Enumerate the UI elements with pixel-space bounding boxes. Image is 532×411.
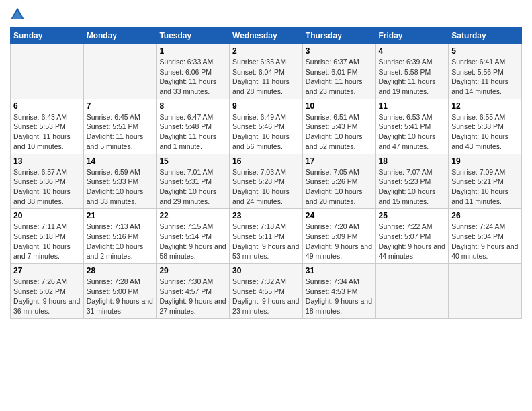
calendar-cell: 30Sunrise: 7:32 AM Sunset: 4:55 PM Dayli…: [230, 264, 303, 319]
day-number: 15: [159, 156, 226, 166]
day-number: 11: [379, 101, 446, 111]
day-number: 1: [159, 46, 226, 56]
calendar-week-row: 1Sunrise: 6:33 AM Sunset: 6:06 PM Daylig…: [11, 44, 522, 99]
day-number: 25: [379, 211, 446, 220]
day-info: Sunrise: 6:53 AM Sunset: 5:41 PM Dayligh…: [379, 112, 446, 152]
day-number: 7: [87, 101, 154, 111]
logo-icon: [10, 7, 25, 21]
day-number: 28: [87, 266, 154, 275]
weekday-header-cell: Friday: [375, 28, 449, 44]
day-info: Sunrise: 6:45 AM Sunset: 5:51 PM Dayligh…: [87, 112, 154, 152]
calendar-cell: 5Sunrise: 6:41 AM Sunset: 5:56 PM Daylig…: [449, 44, 522, 99]
calendar-cell: 19Sunrise: 7:09 AM Sunset: 5:21 PM Dayli…: [449, 154, 522, 209]
day-number: 18: [379, 156, 446, 166]
day-number: 2: [232, 46, 300, 56]
day-info: Sunrise: 6:37 AM Sunset: 6:01 PM Dayligh…: [306, 57, 373, 97]
weekday-header-cell: Thursday: [302, 28, 375, 44]
day-info: Sunrise: 7:05 AM Sunset: 5:26 PM Dayligh…: [306, 167, 373, 207]
day-info: Sunrise: 7:20 AM Sunset: 5:09 PM Dayligh…: [306, 222, 373, 261]
day-info: Sunrise: 6:47 AM Sunset: 5:48 PM Dayligh…: [159, 112, 226, 152]
day-number: 21: [87, 211, 154, 220]
day-number: 10: [306, 101, 373, 111]
calendar-cell: 28Sunrise: 7:28 AM Sunset: 5:00 PM Dayli…: [83, 264, 157, 319]
calendar-cell: 23Sunrise: 7:18 AM Sunset: 5:11 PM Dayli…: [230, 209, 303, 264]
day-number: 13: [13, 156, 81, 166]
calendar-cell: 9Sunrise: 6:49 AM Sunset: 5:46 PM Daylig…: [230, 99, 303, 154]
calendar-cell: 2Sunrise: 6:35 AM Sunset: 6:04 PM Daylig…: [230, 44, 303, 99]
day-info: Sunrise: 7:07 AM Sunset: 5:23 PM Dayligh…: [379, 167, 446, 207]
calendar-cell: 22Sunrise: 7:15 AM Sunset: 5:14 PM Dayli…: [157, 209, 230, 264]
day-info: Sunrise: 6:49 AM Sunset: 5:46 PM Dayligh…: [232, 112, 300, 152]
calendar-cell: 14Sunrise: 6:59 AM Sunset: 5:33 PM Dayli…: [83, 154, 157, 209]
calendar-cell: 13Sunrise: 6:57 AM Sunset: 5:36 PM Dayli…: [11, 154, 84, 209]
calendar-cell: 7Sunrise: 6:45 AM Sunset: 5:51 PM Daylig…: [83, 99, 157, 154]
calendar-week-row: 27Sunrise: 7:26 AM Sunset: 5:02 PM Dayli…: [11, 264, 522, 319]
day-info: Sunrise: 7:32 AM Sunset: 4:55 PM Dayligh…: [232, 277, 300, 316]
day-number: 5: [451, 46, 519, 56]
calendar-cell: 6Sunrise: 6:43 AM Sunset: 5:53 PM Daylig…: [11, 99, 84, 154]
day-info: Sunrise: 6:33 AM Sunset: 6:06 PM Dayligh…: [159, 57, 226, 97]
calendar-cell: 16Sunrise: 7:03 AM Sunset: 5:28 PM Dayli…: [230, 154, 303, 209]
day-number: 12: [451, 101, 519, 111]
calendar-cell: [375, 264, 449, 319]
day-info: Sunrise: 6:39 AM Sunset: 5:58 PM Dayligh…: [379, 57, 446, 97]
calendar-table: SundayMondayTuesdayWednesdayThursdayFrid…: [10, 27, 522, 319]
calendar-week-row: 20Sunrise: 7:11 AM Sunset: 5:18 PM Dayli…: [11, 209, 522, 264]
weekday-header-row: SundayMondayTuesdayWednesdayThursdayFrid…: [11, 28, 522, 44]
day-info: Sunrise: 6:57 AM Sunset: 5:36 PM Dayligh…: [13, 167, 81, 207]
day-info: Sunrise: 7:13 AM Sunset: 5:16 PM Dayligh…: [87, 222, 154, 261]
calendar-cell: [11, 44, 84, 99]
calendar-cell: 27Sunrise: 7:26 AM Sunset: 5:02 PM Dayli…: [11, 264, 84, 319]
calendar-week-row: 13Sunrise: 6:57 AM Sunset: 5:36 PM Dayli…: [11, 154, 522, 209]
day-number: 30: [232, 266, 300, 275]
calendar-cell: 17Sunrise: 7:05 AM Sunset: 5:26 PM Dayli…: [302, 154, 375, 209]
day-info: Sunrise: 6:35 AM Sunset: 6:04 PM Dayligh…: [232, 57, 300, 97]
calendar-cell: 24Sunrise: 7:20 AM Sunset: 5:09 PM Dayli…: [302, 209, 375, 264]
day-info: Sunrise: 7:34 AM Sunset: 4:53 PM Dayligh…: [306, 277, 373, 316]
day-info: Sunrise: 7:26 AM Sunset: 5:02 PM Dayligh…: [13, 277, 81, 316]
day-info: Sunrise: 6:41 AM Sunset: 5:56 PM Dayligh…: [451, 57, 519, 97]
calendar-cell: 11Sunrise: 6:53 AM Sunset: 5:41 PM Dayli…: [375, 99, 449, 154]
calendar-cell: 18Sunrise: 7:07 AM Sunset: 5:23 PM Dayli…: [375, 154, 449, 209]
day-info: Sunrise: 7:28 AM Sunset: 5:00 PM Dayligh…: [87, 277, 154, 316]
day-number: 16: [232, 156, 300, 166]
day-number: 24: [306, 211, 373, 220]
weekday-header-cell: Sunday: [11, 28, 84, 44]
day-info: Sunrise: 7:09 AM Sunset: 5:21 PM Dayligh…: [451, 167, 519, 207]
calendar-cell: [449, 264, 522, 319]
day-info: Sunrise: 7:11 AM Sunset: 5:18 PM Dayligh…: [13, 222, 81, 261]
day-info: Sunrise: 7:18 AM Sunset: 5:11 PM Dayligh…: [232, 222, 300, 261]
day-number: 20: [13, 211, 81, 220]
day-number: 27: [13, 266, 81, 275]
day-info: Sunrise: 7:03 AM Sunset: 5:28 PM Dayligh…: [232, 167, 300, 207]
day-info: Sunrise: 6:43 AM Sunset: 5:53 PM Dayligh…: [13, 112, 81, 152]
calendar-cell: 15Sunrise: 7:01 AM Sunset: 5:31 PM Dayli…: [157, 154, 230, 209]
calendar-cell: [83, 44, 157, 99]
day-number: 29: [159, 266, 226, 275]
day-number: 6: [13, 101, 81, 111]
calendar-body: 1Sunrise: 6:33 AM Sunset: 6:06 PM Daylig…: [11, 44, 522, 319]
day-info: Sunrise: 7:22 AM Sunset: 5:07 PM Dayligh…: [379, 222, 446, 261]
calendar-cell: 4Sunrise: 6:39 AM Sunset: 5:58 PM Daylig…: [375, 44, 449, 99]
day-info: Sunrise: 6:59 AM Sunset: 5:33 PM Dayligh…: [87, 167, 154, 207]
day-number: 8: [159, 101, 226, 111]
day-number: 23: [232, 211, 300, 220]
calendar-cell: 21Sunrise: 7:13 AM Sunset: 5:16 PM Dayli…: [83, 209, 157, 264]
calendar-cell: 1Sunrise: 6:33 AM Sunset: 6:06 PM Daylig…: [157, 44, 230, 99]
calendar-cell: 12Sunrise: 6:55 AM Sunset: 5:38 PM Dayli…: [449, 99, 522, 154]
calendar-cell: 31Sunrise: 7:34 AM Sunset: 4:53 PM Dayli…: [302, 264, 375, 319]
calendar-cell: 3Sunrise: 6:37 AM Sunset: 6:01 PM Daylig…: [302, 44, 375, 99]
weekday-header-cell: Wednesday: [230, 28, 303, 44]
calendar-week-row: 6Sunrise: 6:43 AM Sunset: 5:53 PM Daylig…: [11, 99, 522, 154]
day-info: Sunrise: 6:51 AM Sunset: 5:43 PM Dayligh…: [306, 112, 373, 152]
day-info: Sunrise: 7:15 AM Sunset: 5:14 PM Dayligh…: [159, 222, 226, 261]
day-info: Sunrise: 7:01 AM Sunset: 5:31 PM Dayligh…: [159, 167, 226, 207]
day-number: 14: [87, 156, 154, 166]
calendar-cell: 26Sunrise: 7:24 AM Sunset: 5:04 PM Dayli…: [449, 209, 522, 264]
day-number: 3: [306, 46, 373, 56]
day-number: 9: [232, 101, 300, 111]
weekday-header-cell: Monday: [83, 28, 157, 44]
weekday-header-cell: Tuesday: [157, 28, 230, 44]
day-number: 4: [379, 46, 446, 56]
day-number: 22: [159, 211, 226, 220]
